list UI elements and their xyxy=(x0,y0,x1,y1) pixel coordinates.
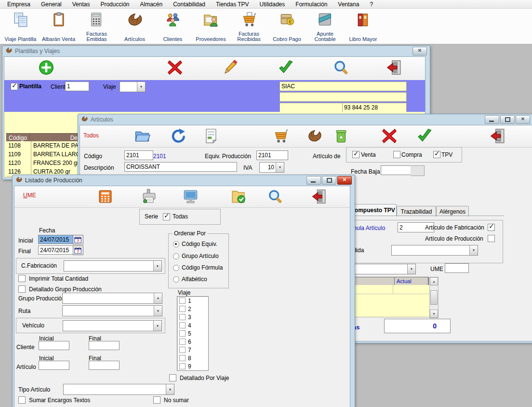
menu-ventana[interactable]: Ventana xyxy=(332,0,364,8)
ume-input[interactable] xyxy=(445,263,469,273)
toolbar-viaje-plantilla[interactable]: Viaje Plantilla xyxy=(1,10,40,42)
chevron-down-icon[interactable] xyxy=(154,306,162,316)
grid-header-actual[interactable]: Actual xyxy=(395,277,428,285)
croissant-button[interactable] xyxy=(306,128,323,146)
toolbar-albaran-venta[interactable]: Albarán Venta xyxy=(40,10,78,42)
info-field-1[interactable]: SIAC xyxy=(279,81,407,91)
calendar-icon[interactable]: 7 xyxy=(73,245,83,255)
viaje-item[interactable]: 9 xyxy=(177,362,208,370)
vehiculo-dropdown[interactable] xyxy=(63,320,162,331)
close-icon[interactable] xyxy=(412,47,427,55)
fecha-baja-input[interactable] xyxy=(381,165,413,175)
open-folder-button[interactable] xyxy=(134,128,150,146)
confirm-check-button[interactable] xyxy=(278,59,294,77)
toolbar-facturas-emitidas[interactable]: Facturas Emitidas xyxy=(78,10,116,42)
articulo-produccion-checkbox[interactable] xyxy=(488,235,495,242)
maximize-icon[interactable] xyxy=(500,115,515,124)
tab-alergenos[interactable]: Alérgenos xyxy=(436,206,469,217)
column-header-codigo[interactable]: Código xyxy=(7,134,29,142)
ruta-dropdown[interactable] xyxy=(62,305,162,316)
compra-checkbox[interactable] xyxy=(393,151,400,158)
close-icon[interactable] xyxy=(337,176,352,185)
tab-compuesto-tpv[interactable]: Compuesto TPV xyxy=(349,204,397,216)
chevron-down-icon[interactable] xyxy=(153,261,161,271)
fecha-baja-button[interactable] xyxy=(411,165,425,176)
cart-button[interactable] xyxy=(273,128,289,146)
menu-ventas[interactable]: Ventas xyxy=(67,0,95,8)
toolbar-articulos[interactable]: Artículos xyxy=(116,10,154,42)
todas-checkbox[interactable] xyxy=(163,213,170,220)
calculator-button[interactable] xyxy=(97,189,113,206)
folder-check-button[interactable] xyxy=(230,189,246,206)
scroll-up-icon[interactable]: ▲ xyxy=(430,277,438,285)
preview-monitor-button[interactable] xyxy=(183,189,199,206)
no-sumar-checkbox[interactable] xyxy=(153,396,160,404)
fecha-final-input[interactable]: 24/07/2015 xyxy=(38,245,74,255)
tab-trazabilidad[interactable]: Trazabilidad xyxy=(397,206,436,217)
radio-grupo-articulo[interactable] xyxy=(173,253,179,259)
recycle-bin-button[interactable] xyxy=(333,128,349,146)
menu-empresa[interactable]: Empresa xyxy=(2,0,36,8)
venta-checkbox[interactable] xyxy=(352,151,359,158)
iva-dropdown[interactable]: 10 xyxy=(259,162,284,173)
search-icon[interactable] xyxy=(267,189,283,206)
tipo-articulo-dropdown[interactable] xyxy=(63,384,174,395)
toolbar-proveedores[interactable]: Proveedores xyxy=(192,10,230,42)
viaje-checkbox[interactable] xyxy=(179,339,186,345)
minimize-icon[interactable] xyxy=(485,115,499,124)
chevron-down-icon[interactable] xyxy=(153,321,161,331)
menu-formulacion[interactable]: Formulación xyxy=(290,0,332,8)
calendar-icon[interactable]: 7 xyxy=(73,235,83,244)
chevron-down-icon[interactable] xyxy=(407,264,415,274)
edit-pencil-button[interactable] xyxy=(221,59,238,77)
viaje-checkbox[interactable] xyxy=(179,306,186,312)
viaje-listbox[interactable]: 1 2 3 4 5 6 7 8 9 xyxy=(177,296,209,371)
scroll-thumb[interactable] xyxy=(430,290,438,305)
search-icon[interactable] xyxy=(333,59,349,77)
detallado-viaje-checkbox[interactable] xyxy=(169,374,176,381)
viaje-dropdown[interactable] xyxy=(120,81,146,92)
delete-button[interactable] xyxy=(167,59,183,77)
toolbar-apunte-contable[interactable]: Apunte Contable xyxy=(306,10,344,42)
viaje-item[interactable]: 5 xyxy=(177,329,208,338)
menu-contabilidad[interactable]: Contabilidad xyxy=(168,0,211,8)
viaje-item[interactable]: 2 xyxy=(177,305,208,313)
menu-produccion[interactable]: Producción xyxy=(95,0,134,8)
viaje-checkbox[interactable] xyxy=(179,347,186,353)
medida-dropdown[interactable] xyxy=(391,245,478,256)
chevron-down-icon[interactable] xyxy=(166,384,174,394)
chevron-down-icon[interactable] xyxy=(276,163,284,172)
refresh-button[interactable] xyxy=(171,128,187,146)
tpv-checkbox[interactable] xyxy=(433,151,440,158)
menu-help[interactable]: ? xyxy=(364,0,378,8)
ume-link[interactable]: UME xyxy=(23,192,36,199)
exit-door-button[interactable] xyxy=(490,128,506,146)
exit-door-button[interactable] xyxy=(386,59,402,77)
add-button[interactable] xyxy=(38,59,54,77)
viaje-item[interactable]: 7 xyxy=(177,346,208,354)
articulo-fabricacion-checkbox[interactable] xyxy=(488,224,495,231)
articulo-final-input[interactable] xyxy=(89,361,120,370)
viaje-checkbox[interactable] xyxy=(179,363,186,369)
menu-general[interactable]: General xyxy=(36,0,67,8)
minimize-icon[interactable] xyxy=(306,176,321,185)
viaje-checkbox[interactable] xyxy=(179,314,186,320)
radio-codigo-equiv[interactable] xyxy=(173,241,179,247)
info-field-3[interactable] xyxy=(279,103,344,112)
viaje-item[interactable]: 4 xyxy=(177,321,208,329)
chevron-down-icon[interactable] xyxy=(137,82,145,92)
todos-label[interactable]: Todos xyxy=(83,132,99,139)
sumar-encargos-checkbox[interactable] xyxy=(18,396,26,404)
info-field-2[interactable] xyxy=(279,92,407,102)
articulo-inicial-input[interactable] xyxy=(39,361,69,370)
menu-almacen[interactable]: Almacén xyxy=(134,0,168,8)
chevron-down-icon[interactable] xyxy=(154,293,162,303)
close-icon[interactable] xyxy=(516,115,530,124)
fecha-inicial-input[interactable]: 24/07/2015 xyxy=(38,235,74,244)
viaje-item[interactable]: 6 xyxy=(177,338,208,346)
radio-codigo-formula[interactable] xyxy=(173,265,179,271)
cliente-input[interactable]: 1 xyxy=(65,81,89,91)
toolbar-facturas-recibidas[interactable]: Facturas Recibidas xyxy=(230,10,268,42)
viaje-checkbox[interactable] xyxy=(179,355,186,361)
plantillas-titlebar[interactable]: Plantillas y Viajes xyxy=(4,46,428,56)
